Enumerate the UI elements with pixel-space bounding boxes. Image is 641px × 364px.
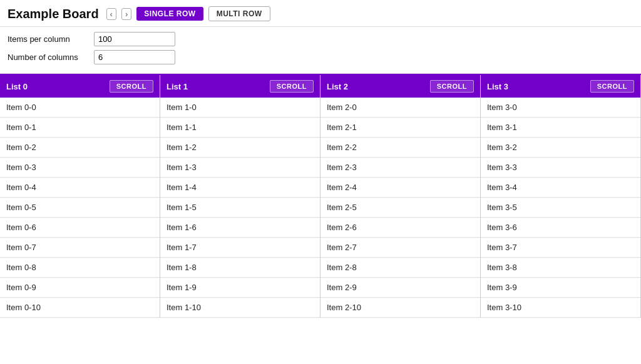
list-header-1: List 1SCROLL xyxy=(160,75,320,98)
list-item: Item 2-6 xyxy=(320,218,480,238)
num-columns-input[interactable] xyxy=(94,50,175,64)
page-header: Example Board ‹ › SINGLE ROW MULTI ROW xyxy=(0,0,641,27)
list-item: Item 2-7 xyxy=(320,238,480,258)
list-item: Item 2-0 xyxy=(320,98,480,118)
list-header-3: List 3SCROLL xyxy=(481,75,640,98)
list-item: Item 3-10 xyxy=(481,298,640,318)
list-item: Item 3-4 xyxy=(481,178,640,198)
list-item: Item 0-4 xyxy=(0,178,160,198)
list-item: Item 0-10 xyxy=(0,298,160,318)
list-column-1: List 1SCROLLItem 1-0Item 1-1Item 1-2Item… xyxy=(160,75,320,318)
list-item: Item 3-7 xyxy=(481,238,640,258)
list-item: Item 0-7 xyxy=(0,238,160,258)
list-item: Item 0-5 xyxy=(0,198,160,218)
list-item: Item 2-3 xyxy=(320,158,480,178)
list-item: Item 1-1 xyxy=(160,118,320,138)
nav-prev-button[interactable]: ‹ xyxy=(106,8,116,20)
list-item: Item 0-3 xyxy=(0,158,160,178)
list-item: Item 2-1 xyxy=(320,118,480,138)
list-item: Item 0-6 xyxy=(0,218,160,238)
list-item: Item 3-0 xyxy=(481,98,640,118)
list-column-0: List 0SCROLLItem 0-0Item 0-1Item 0-2Item… xyxy=(0,75,160,318)
list-item: Item 2-10 xyxy=(320,298,480,318)
list-item: Item 3-9 xyxy=(481,278,640,298)
nav-next-button[interactable]: › xyxy=(121,8,131,20)
items-per-column-input[interactable] xyxy=(94,32,175,46)
list-title-0: List 0 xyxy=(6,82,28,91)
list-item: Item 2-4 xyxy=(320,178,480,198)
list-column-2: List 2SCROLLItem 2-0Item 2-1Item 2-2Item… xyxy=(320,75,481,318)
list-header-0: List 0SCROLL xyxy=(0,75,160,98)
list-item: Item 0-8 xyxy=(0,258,160,278)
list-item: Item 1-8 xyxy=(160,258,320,278)
list-item: Item 2-5 xyxy=(320,198,480,218)
scroll-button-1[interactable]: SCROLL xyxy=(270,80,314,93)
num-columns-label: Number of columns xyxy=(8,53,89,62)
list-item: Item 3-3 xyxy=(481,158,640,178)
list-item: Item 1-10 xyxy=(160,298,320,318)
list-item: Item 0-1 xyxy=(0,118,160,138)
items-per-column-label: Items per column xyxy=(8,34,89,44)
tab-multi-row-button[interactable]: MULTI ROW xyxy=(208,6,270,21)
list-item: Item 3-2 xyxy=(481,138,640,158)
list-item: Item 1-6 xyxy=(160,218,320,238)
list-header-2: List 2SCROLL xyxy=(320,75,480,98)
num-columns-row: Number of columns xyxy=(8,50,633,64)
list-item: Item 2-2 xyxy=(320,138,480,158)
list-item: Item 3-8 xyxy=(481,258,640,278)
scroll-button-2[interactable]: SCROLL xyxy=(430,80,474,93)
list-title-2: List 2 xyxy=(327,82,348,91)
tab-single-row-button[interactable]: SINGLE ROW xyxy=(136,7,203,21)
list-item: Item 0-0 xyxy=(0,98,160,118)
scroll-button-3[interactable]: SCROLL xyxy=(590,80,634,93)
list-item: Item 2-8 xyxy=(320,258,480,278)
list-item: Item 2-9 xyxy=(320,278,480,298)
board-title: Example Board xyxy=(8,7,99,21)
list-item: Item 3-1 xyxy=(481,118,640,138)
items-per-column-row: Items per column xyxy=(8,32,633,46)
list-column-3: List 3SCROLLItem 3-0Item 3-1Item 3-2Item… xyxy=(481,75,641,318)
scroll-button-0[interactable]: SCROLL xyxy=(110,80,153,93)
list-title-3: List 3 xyxy=(487,82,508,91)
list-item: Item 1-4 xyxy=(160,178,320,198)
list-title-1: List 1 xyxy=(167,82,188,91)
list-item: Item 3-6 xyxy=(481,218,640,238)
controls-panel: Items per column Number of columns xyxy=(0,27,641,74)
list-item: Item 3-5 xyxy=(481,198,640,218)
list-item: Item 1-2 xyxy=(160,138,320,158)
board-container: List 0SCROLLItem 0-0Item 0-1Item 0-2Item… xyxy=(0,74,641,318)
list-item: Item 1-0 xyxy=(160,98,320,118)
list-item: Item 0-2 xyxy=(0,138,160,158)
list-item: Item 1-7 xyxy=(160,238,320,258)
list-item: Item 0-9 xyxy=(0,278,160,298)
list-item: Item 1-3 xyxy=(160,158,320,178)
list-item: Item 1-9 xyxy=(160,278,320,298)
list-item: Item 1-5 xyxy=(160,198,320,218)
